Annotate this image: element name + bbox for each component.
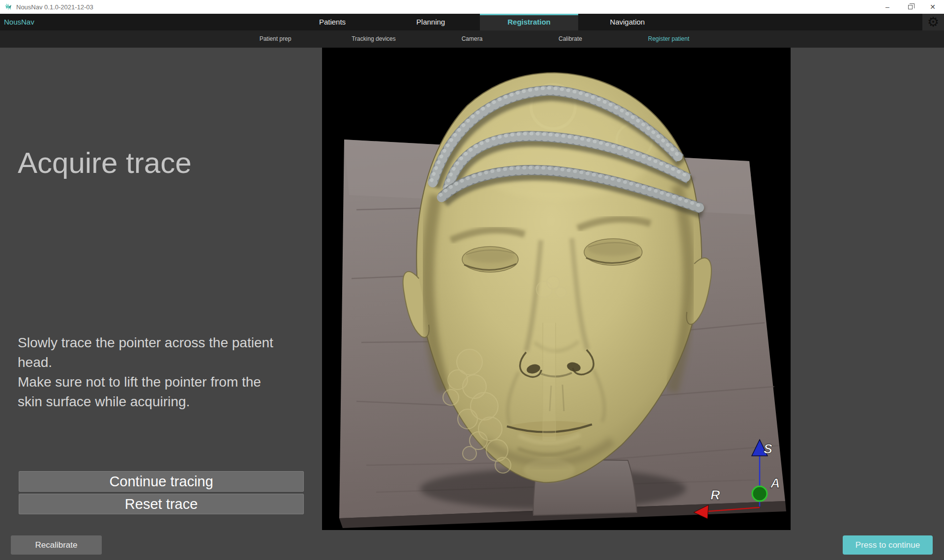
brand-label: NousNav	[4, 14, 34, 30]
app-logo-icon	[4, 3, 12, 11]
instructions-text: Slowly trace the pointer across the pati…	[18, 333, 286, 412]
right-eye	[584, 239, 642, 265]
content-area: Acquire trace Slowly trace the pointer a…	[0, 48, 944, 560]
superior-label: S	[764, 442, 772, 456]
tab-registration[interactable]: Registration	[480, 14, 578, 30]
step-tracking-devices[interactable]: Tracking devices	[324, 30, 423, 48]
left-eye	[462, 247, 518, 272]
3d-viewport[interactable]: S A R	[322, 48, 791, 530]
trace-actions: Continue tracing Reset trace	[19, 471, 304, 516]
restore-icon	[908, 5, 913, 9]
window-title: NousNav 0.1.0-2021-12-03	[16, 3, 93, 11]
title-bar: NousNav 0.1.0-2021-12-03 – ✕	[0, 0, 944, 14]
app-window: NousNav 0.1.0-2021-12-03 – ✕ NousNav Pat…	[0, 0, 944, 560]
anterior-axis-icon	[752, 486, 767, 501]
right-label: R	[710, 488, 720, 503]
main-tabs: Patients Planning Registration Navigatio…	[283, 14, 677, 30]
close-button[interactable]: ✕	[921, 0, 944, 14]
step-register-patient[interactable]: Register patient	[620, 30, 718, 48]
anterior-label: A	[770, 476, 780, 491]
registration-steps-bar: Patient prep Tracking devices Camera Cal…	[0, 30, 944, 48]
window-controls: – ✕	[876, 0, 944, 14]
press-to-continue-button[interactable]: Press to continue	[843, 535, 933, 555]
minimize-button[interactable]: –	[876, 0, 899, 14]
registration-steps: Patient prep Tracking devices Camera Cal…	[226, 30, 718, 48]
step-patient-prep[interactable]: Patient prep	[226, 30, 324, 48]
tab-planning[interactable]: Planning	[382, 14, 480, 30]
continue-tracing-button[interactable]: Continue tracing	[19, 471, 304, 492]
gear-icon: ⚙	[927, 16, 939, 29]
instruction-line-1: Slowly trace the pointer across the pati…	[18, 333, 286, 372]
instruction-line-2: Make sure not to lift the pointer from t…	[18, 372, 286, 412]
step-calibrate[interactable]: Calibrate	[521, 30, 620, 48]
page-title: Acquire trace	[18, 146, 192, 180]
step-camera[interactable]: Camera	[423, 30, 521, 48]
tab-navigation[interactable]: Navigation	[578, 14, 677, 30]
settings-button[interactable]: ⚙	[922, 14, 944, 30]
tab-patients[interactable]: Patients	[283, 14, 382, 30]
head-model-render: S A R	[322, 48, 791, 530]
recalibrate-button[interactable]: Recalibrate	[11, 535, 102, 555]
main-nav-bar: NousNav Patients Planning Registration N…	[0, 14, 944, 30]
reset-trace-button[interactable]: Reset trace	[19, 494, 304, 514]
maximize-button[interactable]	[899, 0, 921, 14]
